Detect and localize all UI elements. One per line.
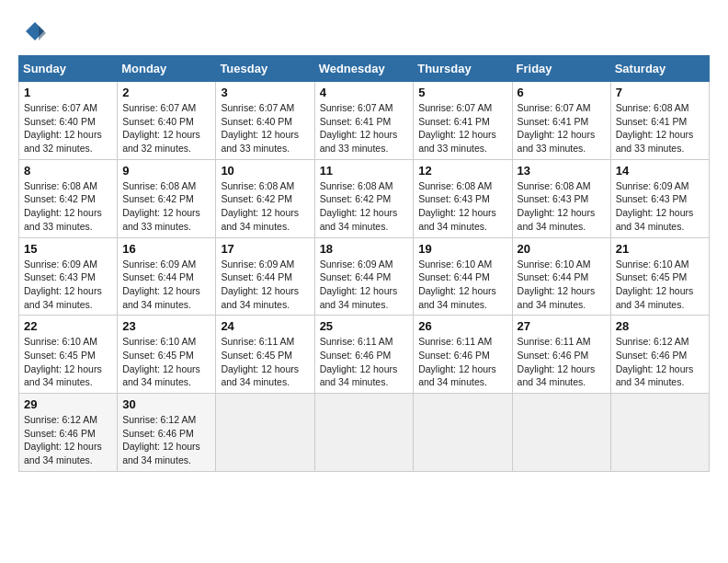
calendar-day-cell: 13 Sunrise: 6:08 AM Sunset: 6:43 PM Dayl… <box>512 159 610 237</box>
calendar-day-cell: 17 Sunrise: 6:09 AM Sunset: 6:44 PM Dayl… <box>216 237 314 316</box>
day-info: Sunrise: 6:07 AM Sunset: 6:41 PM Dayligh… <box>320 101 409 155</box>
day-of-week-header: Friday <box>512 56 610 82</box>
calendar-day-cell: 6 Sunrise: 6:07 AM Sunset: 6:41 PM Dayli… <box>512 82 610 160</box>
calendar-day-cell: 30 Sunrise: 6:12 AM Sunset: 6:46 PM Dayl… <box>118 394 216 472</box>
day-number: 7 <box>616 86 704 99</box>
day-number: 1 <box>24 86 112 99</box>
calendar-day-cell: 24 Sunrise: 6:11 AM Sunset: 6:45 PM Dayl… <box>216 316 314 394</box>
day-info: Sunrise: 6:07 AM Sunset: 6:40 PM Dayligh… <box>24 101 112 155</box>
calendar-day-cell: 29 Sunrise: 6:12 AM Sunset: 6:46 PM Dayl… <box>19 394 118 472</box>
calendar-day-cell: 15 Sunrise: 6:09 AM Sunset: 6:43 PM Dayl… <box>19 237 118 316</box>
day-number: 17 <box>221 242 309 256</box>
day-number: 8 <box>24 164 112 178</box>
day-info: Sunrise: 6:11 AM Sunset: 6:46 PM Dayligh… <box>518 335 606 389</box>
day-number: 9 <box>122 164 210 178</box>
day-number: 15 <box>24 242 112 256</box>
calendar-table: SundayMondayTuesdayWednesdayThursdayFrid… <box>18 55 710 472</box>
calendar-week-row: 8 Sunrise: 6:08 AM Sunset: 6:42 PM Dayli… <box>19 159 710 237</box>
day-number: 22 <box>24 319 112 333</box>
day-number: 14 <box>616 164 704 178</box>
day-number: 13 <box>518 164 606 178</box>
day-info: Sunrise: 6:10 AM Sunset: 6:45 PM Dayligh… <box>616 258 704 312</box>
calendar-day-cell <box>314 394 414 472</box>
day-number: 21 <box>616 242 704 256</box>
calendar-day-cell: 25 Sunrise: 6:11 AM Sunset: 6:46 PM Dayl… <box>314 316 414 394</box>
day-of-week-header: Sunday <box>19 56 118 82</box>
calendar-day-cell: 27 Sunrise: 6:11 AM Sunset: 6:46 PM Dayl… <box>512 316 610 394</box>
day-number: 3 <box>221 86 309 99</box>
day-info: Sunrise: 6:12 AM Sunset: 6:46 PM Dayligh… <box>122 413 210 467</box>
day-info: Sunrise: 6:09 AM Sunset: 6:44 PM Dayligh… <box>221 258 309 312</box>
day-info: Sunrise: 6:08 AM Sunset: 6:43 PM Dayligh… <box>518 179 606 234</box>
day-number: 12 <box>418 164 506 178</box>
calendar-day-cell: 19 Sunrise: 6:10 AM Sunset: 6:44 PM Dayl… <box>414 237 512 316</box>
day-info: Sunrise: 6:07 AM Sunset: 6:41 PM Dayligh… <box>518 101 606 155</box>
day-number: 30 <box>122 397 210 411</box>
day-number: 10 <box>221 164 309 178</box>
calendar-day-cell: 20 Sunrise: 6:10 AM Sunset: 6:44 PM Dayl… <box>512 237 610 316</box>
day-info: Sunrise: 6:08 AM Sunset: 6:42 PM Dayligh… <box>221 179 309 234</box>
day-number: 6 <box>518 86 606 99</box>
calendar-day-cell: 12 Sunrise: 6:08 AM Sunset: 6:43 PM Dayl… <box>414 159 512 237</box>
day-of-week-header: Thursday <box>414 56 512 82</box>
calendar-day-cell <box>610 394 709 472</box>
day-number: 16 <box>122 242 210 256</box>
calendar-day-cell <box>512 394 610 472</box>
day-number: 25 <box>320 319 409 333</box>
calendar-day-cell: 28 Sunrise: 6:12 AM Sunset: 6:46 PM Dayl… <box>610 316 709 394</box>
day-info: Sunrise: 6:11 AM Sunset: 6:46 PM Dayligh… <box>320 335 409 389</box>
day-number: 11 <box>320 164 409 178</box>
day-info: Sunrise: 6:10 AM Sunset: 6:45 PM Dayligh… <box>122 335 210 389</box>
logo-icon <box>18 18 46 46</box>
calendar-day-cell: 21 Sunrise: 6:10 AM Sunset: 6:45 PM Dayl… <box>610 237 709 316</box>
day-info: Sunrise: 6:09 AM Sunset: 6:43 PM Dayligh… <box>24 258 112 312</box>
day-info: Sunrise: 6:10 AM Sunset: 6:44 PM Dayligh… <box>518 258 606 312</box>
day-info: Sunrise: 6:07 AM Sunset: 6:40 PM Dayligh… <box>122 101 210 155</box>
day-info: Sunrise: 6:08 AM Sunset: 6:42 PM Dayligh… <box>122 179 210 234</box>
calendar-week-row: 22 Sunrise: 6:10 AM Sunset: 6:45 PM Dayl… <box>19 316 710 394</box>
day-info: Sunrise: 6:08 AM Sunset: 6:43 PM Dayligh… <box>418 179 506 234</box>
day-number: 28 <box>616 319 704 333</box>
calendar-day-cell: 8 Sunrise: 6:08 AM Sunset: 6:42 PM Dayli… <box>19 159 118 237</box>
logo <box>18 18 50 46</box>
calendar-day-cell: 10 Sunrise: 6:08 AM Sunset: 6:42 PM Dayl… <box>216 159 314 237</box>
day-of-week-header: Wednesday <box>314 56 414 82</box>
svg-marker-1 <box>39 26 46 40</box>
day-info: Sunrise: 6:10 AM Sunset: 6:45 PM Dayligh… <box>24 335 112 389</box>
page-header <box>18 18 710 46</box>
day-info: Sunrise: 6:12 AM Sunset: 6:46 PM Dayligh… <box>24 413 112 467</box>
day-of-week-header: Saturday <box>610 56 709 82</box>
day-info: Sunrise: 6:09 AM Sunset: 6:43 PM Dayligh… <box>616 179 704 234</box>
calendar-day-cell: 4 Sunrise: 6:07 AM Sunset: 6:41 PM Dayli… <box>314 82 414 160</box>
day-number: 20 <box>518 242 606 256</box>
calendar-day-cell: 9 Sunrise: 6:08 AM Sunset: 6:42 PM Dayli… <box>118 159 216 237</box>
day-info: Sunrise: 6:08 AM Sunset: 6:42 PM Dayligh… <box>24 179 112 234</box>
calendar-day-cell: 1 Sunrise: 6:07 AM Sunset: 6:40 PM Dayli… <box>19 82 118 160</box>
day-number: 26 <box>418 319 506 333</box>
day-number: 2 <box>122 86 210 99</box>
calendar-day-cell <box>414 394 512 472</box>
calendar-day-cell: 23 Sunrise: 6:10 AM Sunset: 6:45 PM Dayl… <box>118 316 216 394</box>
calendar-week-row: 29 Sunrise: 6:12 AM Sunset: 6:46 PM Dayl… <box>19 394 710 472</box>
day-info: Sunrise: 6:11 AM Sunset: 6:46 PM Dayligh… <box>418 335 506 389</box>
day-of-week-header: Monday <box>118 56 216 82</box>
day-info: Sunrise: 6:10 AM Sunset: 6:44 PM Dayligh… <box>418 258 506 312</box>
day-number: 23 <box>122 319 210 333</box>
day-number: 24 <box>221 319 309 333</box>
calendar-week-row: 15 Sunrise: 6:09 AM Sunset: 6:43 PM Dayl… <box>19 237 710 316</box>
calendar-day-cell: 14 Sunrise: 6:09 AM Sunset: 6:43 PM Dayl… <box>610 159 709 237</box>
day-of-week-header: Tuesday <box>216 56 314 82</box>
day-number: 4 <box>320 86 409 99</box>
day-number: 5 <box>418 86 506 99</box>
calendar-day-cell: 5 Sunrise: 6:07 AM Sunset: 6:41 PM Dayli… <box>414 82 512 160</box>
day-info: Sunrise: 6:11 AM Sunset: 6:45 PM Dayligh… <box>221 335 309 389</box>
day-info: Sunrise: 6:09 AM Sunset: 6:44 PM Dayligh… <box>122 258 210 312</box>
calendar-day-cell: 26 Sunrise: 6:11 AM Sunset: 6:46 PM Dayl… <box>414 316 512 394</box>
calendar-day-cell: 3 Sunrise: 6:07 AM Sunset: 6:40 PM Dayli… <box>216 82 314 160</box>
day-number: 18 <box>320 242 409 256</box>
calendar-day-cell: 16 Sunrise: 6:09 AM Sunset: 6:44 PM Dayl… <box>118 237 216 316</box>
day-info: Sunrise: 6:09 AM Sunset: 6:44 PM Dayligh… <box>320 258 409 312</box>
day-info: Sunrise: 6:08 AM Sunset: 6:42 PM Dayligh… <box>320 179 409 234</box>
calendar-day-cell <box>216 394 314 472</box>
day-info: Sunrise: 6:07 AM Sunset: 6:41 PM Dayligh… <box>418 101 506 155</box>
